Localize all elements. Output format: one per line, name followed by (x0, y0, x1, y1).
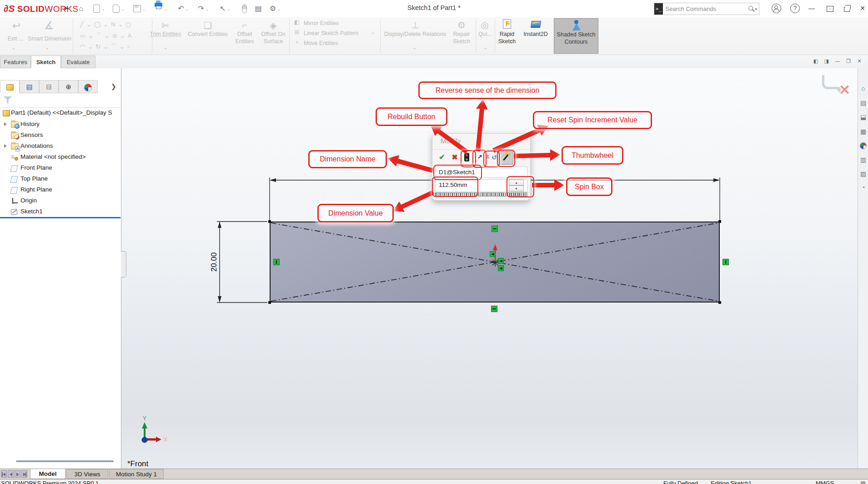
rollback-bar[interactable] (0, 217, 120, 218)
taskpane-design-library-icon[interactable]: ⬓ (859, 113, 867, 121)
taskpane-appearances-icon[interactable]: ▥ (859, 156, 867, 164)
quick-snaps-button[interactable]: Qui... (477, 31, 493, 37)
tab-sketch[interactable]: Sketch (31, 55, 61, 68)
sketch-entity-row-1[interactable]: ╱⌄◯⌄N⌄▢ (80, 21, 134, 28)
pane-left-icon[interactable]: ◧ (811, 58, 820, 64)
expand-caret-icon[interactable] (4, 122, 7, 126)
smart-dimension-icon[interactable]: ∡ (40, 19, 58, 32)
confirm-cancel-icon[interactable]: ✕ (839, 82, 850, 98)
tree-item-history[interactable]: History (0, 119, 120, 130)
tree-item-right-plane[interactable]: Right Plane (0, 184, 120, 195)
offset-on-surface-label-2[interactable]: Surface (260, 38, 286, 45)
restore-window-button[interactable] (844, 7, 850, 12)
taskpane-home-icon[interactable]: ⌂ (859, 85, 867, 92)
constraint-midpoint-1[interactable] (490, 251, 496, 257)
repair-sketch-button[interactable]: Repair (450, 31, 473, 37)
constraint-vertical-left[interactable] (273, 259, 280, 265)
offset-on-surface-icon[interactable]: ◈ (266, 20, 280, 31)
offset-on-surface-button[interactable]: Offset On (258, 31, 288, 37)
taskpane-custom-properties-icon[interactable]: ▨ (859, 170, 867, 178)
convert-entities-button[interactable]: Convert Entities (185, 31, 231, 37)
cancel-button[interactable]: ✖ (450, 152, 460, 163)
doc-restore-icon[interactable]: ❐ (844, 58, 853, 64)
search-input[interactable] (663, 5, 748, 12)
relations-dropdown-icon[interactable]: ⌄ (413, 45, 416, 50)
offset-entities-icon[interactable]: ⌐ (238, 20, 251, 30)
linear-sketch-pattern-icon[interactable]: ⊞ (293, 29, 301, 35)
constraint-midpoint-2[interactable] (498, 258, 504, 264)
shaded-contours-dropdown-icon[interactable]: ⌄ (574, 46, 578, 50)
tab-configurationmanager[interactable]: ⊟ (39, 80, 59, 93)
search-commands-box[interactable]: >_ ▾ (654, 3, 759, 15)
smart-dimension-dropdown-icon[interactable]: ⌄ (45, 45, 49, 50)
tree-item-top-plane[interactable]: Top Plane (0, 173, 120, 184)
nav-prev-icon[interactable] (8, 470, 14, 478)
mirror-entities-icon[interactable]: ◧ (293, 19, 301, 25)
pattern-dropdown-icon[interactable]: ⌄ (371, 30, 375, 35)
tab-motion-study[interactable]: Motion Study 1 (109, 469, 164, 479)
rapid-sketch-label-2[interactable]: Sketch (497, 38, 517, 45)
tree-filter-row[interactable] (0, 94, 120, 108)
tab-propertymanager[interactable]: ▤ (20, 80, 39, 93)
repair-sketch-icon[interactable]: ⚙ (455, 20, 468, 30)
tab-3d-views[interactable]: 3D Views (66, 469, 108, 479)
exit-sketch-dropdown-icon[interactable]: ⌄ (12, 45, 15, 50)
tree-item-root[interactable]: Part1 (Default) <<Default>_Display S (0, 107, 120, 118)
nav-first-icon[interactable] (1, 470, 7, 478)
tab-evaluate[interactable]: Evaluate (61, 55, 95, 68)
sketch-entity-row-2[interactable]: ▭⌄⌒⌄⊘⌄A (80, 32, 135, 40)
taskpane-resources-icon[interactable]: ▤ (859, 99, 867, 107)
smart-dimension-button[interactable]: Smart Dimension (25, 35, 75, 42)
account-icon[interactable] (772, 4, 781, 13)
taskpane-view-palette-icon[interactable] (859, 141, 867, 149)
tab-dimxpert[interactable]: ⊕ (59, 80, 78, 93)
constraint-horizontal-top[interactable] (492, 226, 498, 232)
instant2d-button[interactable]: Instant2D (520, 31, 551, 37)
doc-minimize-icon[interactable]: — (833, 58, 842, 64)
close-window-button[interactable]: ✕ (857, 4, 868, 13)
tab-featuremanager[interactable] (0, 80, 20, 93)
display-delete-relations-button[interactable]: Display/Delete Relations (382, 31, 448, 37)
nav-last-icon[interactable] (21, 470, 27, 478)
panel-splitter[interactable] (121, 251, 126, 277)
move-entities-icon[interactable]: + (293, 39, 301, 45)
rapid-sketch-button[interactable]: Rapid (497, 31, 517, 37)
offset-entities-button[interactable]: Offset (234, 31, 256, 37)
expand-ribbon-button[interactable]: ↔ (827, 6, 833, 12)
trim-entities-button[interactable]: Trim Entities (145, 31, 186, 37)
taskpane-3dexperience-icon[interactable]: ◔ (859, 184, 867, 192)
trim-entities-icon[interactable]: ✄ (158, 20, 172, 31)
tree-splitter-handle[interactable] (16, 460, 114, 462)
confirm-exit-sketch-icon[interactable] (822, 75, 840, 89)
minimize-button[interactable]: — (806, 4, 818, 13)
tab-displaymanager[interactable] (78, 80, 98, 93)
display-delete-relations-icon[interactable]: ⊥ (408, 20, 422, 30)
shaded-sketch-contours-button[interactable]: Shaded Sketch Contours ⌄ (554, 18, 598, 54)
expand-caret-icon[interactable] (4, 144, 7, 148)
quick-snaps-icon[interactable]: ◎ (478, 20, 491, 30)
move-entities-button[interactable]: Move Entities (304, 40, 349, 46)
constraint-horizontal-bottom[interactable] (491, 306, 497, 312)
tree-item-annotations[interactable]: Annotations (0, 141, 120, 151)
quick-snaps-dropdown-icon[interactable]: ⌄ (484, 45, 487, 50)
help-icon[interactable]: ? (790, 4, 800, 13)
nav-next-icon[interactable] (15, 470, 20, 478)
tab-model[interactable]: Model (30, 469, 65, 479)
pane-right-icon[interactable]: ◨ (822, 58, 831, 64)
tree-item-origin[interactable]: Origin (0, 195, 120, 206)
panel-expand-icon[interactable]: ❯ (111, 83, 116, 90)
linear-sketch-pattern-button[interactable]: Linear Sketch Pattern (304, 30, 367, 36)
convert-entities-icon[interactable]: ❏ (201, 20, 215, 31)
taskpane-file-explorer-icon[interactable]: ▦ (859, 128, 867, 136)
trim-dropdown-icon[interactable]: ⌄ (164, 45, 167, 50)
constraint-midpoint-3[interactable] (498, 265, 504, 271)
offset-entities-label-2[interactable]: Entities (232, 38, 257, 45)
status-tag-icon[interactable]: ▦ (860, 480, 866, 484)
height-dimension-text[interactable]: 20.00 (210, 252, 219, 272)
constraint-vertical-right[interactable] (722, 259, 729, 265)
mirror-entities-button[interactable]: Mirror Entities (304, 20, 349, 26)
repair-sketch-label-2[interactable]: Sketch (450, 38, 473, 45)
doc-close-icon[interactable]: ✕ (855, 58, 864, 64)
instant2d-icon[interactable] (531, 21, 541, 28)
search-dropdown-icon[interactable]: ▾ (755, 7, 757, 11)
